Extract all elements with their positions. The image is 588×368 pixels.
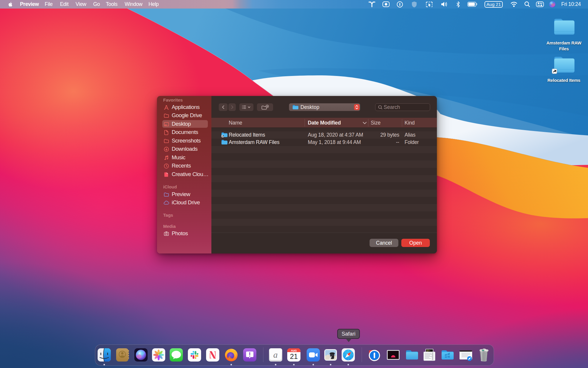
svg-text:AUG: AUG [291, 349, 297, 352]
svg-text:a: a [273, 350, 278, 359]
svg-text:21: 21 [290, 352, 298, 360]
